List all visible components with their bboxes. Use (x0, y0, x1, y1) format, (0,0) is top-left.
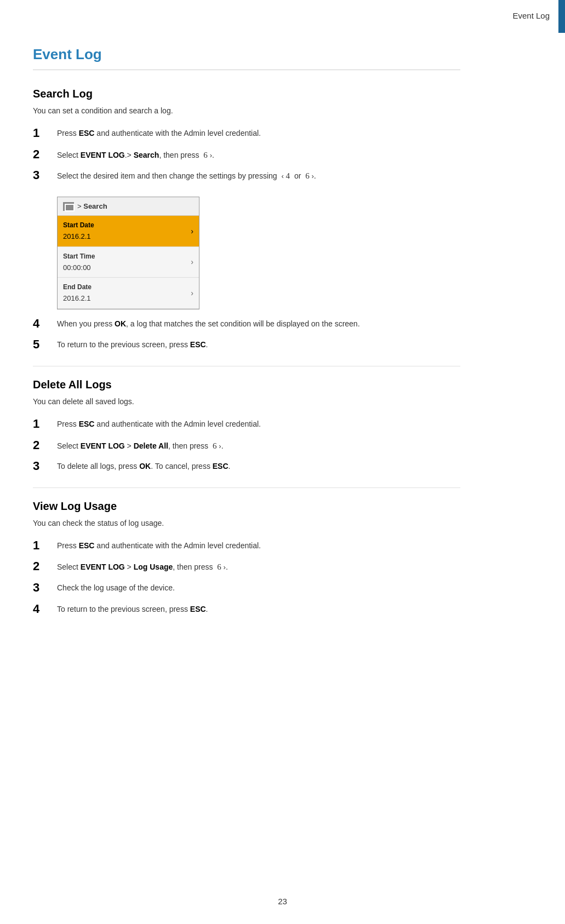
ui-label-start-time: Start Time (63, 251, 95, 261)
view-step-content-4: To return to the previous screen, press … (57, 601, 208, 615)
delete-all-logs-steps: 1 Press ESC and authenticate with the Ad… (33, 416, 460, 474)
view-step-2: 2 Select EVENT LOG > Log Usage, then pre… (33, 559, 460, 575)
ui-value-start-time: 00:00:00 (63, 263, 91, 272)
delete-step-number-1: 1 (33, 416, 53, 432)
section-desc-view-log-usage: You can check the status of log usage. (33, 518, 460, 529)
delete-step-number-2: 2 (33, 438, 53, 454)
page-container: Event Log Search Log You can set a condi… (0, 0, 493, 663)
step-4: 4 When you press OK, a log that matches … (33, 316, 460, 332)
chevron-right-icon-2: › (191, 256, 193, 268)
step-content-4: When you press OK, a log that matches th… (57, 316, 360, 330)
section-desc-delete-all-logs: You can delete all saved logs. (33, 396, 460, 408)
ui-row-start-date[interactable]: Start Date 2016.2.1 › (58, 216, 199, 247)
section-title-view-log-usage: View Log Usage (33, 498, 460, 514)
view-step-content-1: Press ESC and authenticate with the Admi… (57, 538, 261, 552)
ui-screenshot-header-label: > Search (77, 201, 107, 212)
view-step-1: 1 Press ESC and authenticate with the Ad… (33, 538, 460, 554)
view-step-content-2: Select EVENT LOG > Log Usage, then press… (57, 559, 228, 573)
camera-icon (63, 202, 74, 211)
ui-value-start-date: 2016.2.1 (63, 232, 91, 240)
ui-label-end-date: End Date (63, 282, 92, 292)
step-number-4: 4 (33, 316, 53, 332)
step-3: 3 Select the desired item and then chang… (33, 168, 460, 183)
divider-1 (33, 366, 460, 366)
chevron-right-icon-3: › (191, 288, 193, 299)
view-step-number-4: 4 (33, 601, 53, 617)
ui-screenshot: > Search Start Date 2016.2.1 › Start Tim… (57, 197, 199, 309)
delete-step-number-3: 3 (33, 458, 53, 474)
step-2: 2 Select EVENT LOG.> Search, then press … (33, 147, 460, 163)
step-number-1: 1 (33, 125, 53, 141)
delete-step-1: 1 Press ESC and authenticate with the Ad… (33, 416, 460, 432)
step-content-1: Press ESC and authenticate with the Admi… (57, 125, 261, 139)
section-title-delete-all-logs: Delete All Logs (33, 376, 460, 393)
chevron-right-icon-1: › (191, 226, 193, 237)
step-number-2: 2 (33, 147, 53, 163)
ui-label-start-date: Start Date (63, 220, 94, 230)
view-step-number-3: 3 (33, 580, 53, 596)
delete-step-content-2: Select EVENT LOG > Delete All, then pres… (57, 438, 224, 452)
step-5: 5 To return to the previous screen, pres… (33, 337, 460, 353)
delete-step-3: 3 To delete all logs, press OK. To cance… (33, 458, 460, 474)
ui-row-left-end-date: End Date 2016.2.1 (63, 282, 92, 304)
search-log-steps-cont: 4 When you press OK, a log that matches … (33, 316, 460, 353)
ui-row-start-time[interactable]: Start Time 00:00:00 › (58, 247, 199, 278)
view-step-number-1: 1 (33, 538, 53, 554)
ui-row-end-date[interactable]: End Date 2016.2.1 › (58, 278, 199, 309)
section-title-search-log: Search Log (33, 85, 460, 102)
ui-screenshot-header: > Search (58, 197, 199, 216)
delete-step-content-1: Press ESC and authenticate with the Admi… (57, 416, 261, 430)
step-1: 1 Press ESC and authenticate with the Ad… (33, 125, 460, 141)
header-accent-bar (558, 0, 565, 33)
view-step-number-2: 2 (33, 559, 53, 575)
search-log-steps: 1 Press ESC and authenticate with the Ad… (33, 125, 460, 183)
step-number-3: 3 (33, 168, 53, 183)
step-number-5: 5 (33, 337, 53, 353)
page-title: Event Log (33, 44, 460, 70)
divider-2 (33, 487, 460, 488)
view-step-4: 4 To return to the previous screen, pres… (33, 601, 460, 617)
view-step-content-3: Check the log usage of the device. (57, 580, 175, 594)
view-step-3: 3 Check the log usage of the device. (33, 580, 460, 596)
delete-step-2: 2 Select EVENT LOG > Delete All, then pr… (33, 438, 460, 454)
step-content-5: To return to the previous screen, press … (57, 337, 208, 351)
header-title: Event Log (512, 10, 550, 22)
delete-step-content-3: To delete all logs, press OK. To cancel,… (57, 458, 230, 472)
step-content-3: Select the desired item and then change … (57, 168, 316, 182)
page-number: 23 (278, 896, 287, 908)
ui-value-end-date: 2016.2.1 (63, 294, 91, 302)
ui-row-left-start-time: Start Time 00:00:00 (63, 251, 95, 273)
ui-row-left-start-date: Start Date 2016.2.1 (63, 220, 94, 242)
step-content-2: Select EVENT LOG.> Search, then press 6 … (57, 147, 214, 162)
view-log-usage-steps: 1 Press ESC and authenticate with the Ad… (33, 538, 460, 617)
section-desc-search-log: You can set a condition and search a log… (33, 105, 460, 117)
